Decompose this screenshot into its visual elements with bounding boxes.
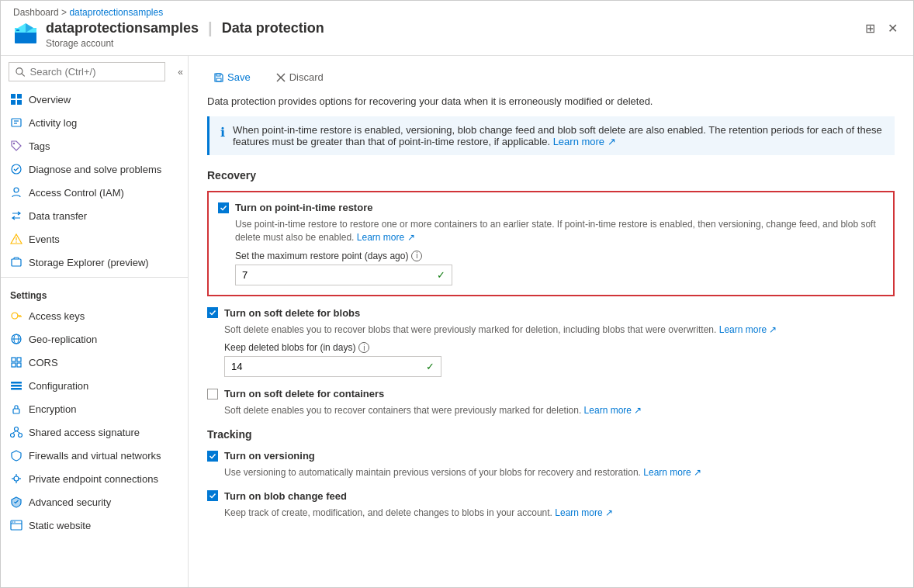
sidebar-item-label: Storage Explorer (preview) — [29, 257, 149, 268]
breadcrumb-link[interactable]: dataprotectionsamples — [69, 7, 163, 18]
sidebar-item-overview[interactable]: Overview — [1, 88, 188, 111]
close-icon[interactable]: ✕ — [885, 18, 901, 39]
sidebar-item-static-website[interactable]: Static website — [1, 514, 188, 537]
firewalls-icon — [10, 449, 23, 462]
sidebar-item-shared-access[interactable]: Shared access signature — [1, 420, 188, 444]
sidebar-item-label: Overview — [29, 94, 71, 105]
restore-point-input-wrap: ✓ — [235, 265, 452, 285]
versioning-block: Turn on versioning Use versioning to aut… — [207, 450, 895, 479]
encryption-icon — [10, 403, 23, 415]
versioning-learn-more[interactable]: Learn more ↗ — [643, 467, 701, 478]
sidebar-item-events[interactable]: Events — [1, 227, 188, 251]
storage-explorer-icon — [10, 256, 23, 268]
sidebar-item-label: Access Control (IAM) — [29, 187, 124, 199]
point-in-time-block: Turn on point-in-time restore Use point-… — [207, 191, 895, 296]
sidebar-item-label: Tags — [29, 140, 50, 152]
sidebar-nav: Overview Activity log Tags — [1, 88, 188, 587]
search-box — [1, 56, 173, 88]
svg-rect-28 — [12, 363, 16, 367]
sidebar-item-label: Diagnose and solve problems — [29, 164, 161, 175]
sidebar-item-activity-log[interactable]: Activity log — [1, 111, 188, 134]
soft-delete-blobs-label: Turn on soft delete for blobs — [224, 307, 360, 319]
keep-blobs-info[interactable]: i — [358, 342, 369, 353]
sidebar-item-label: Private endpoint connections — [29, 473, 158, 485]
soft-delete-blobs-checkbox[interactable] — [207, 307, 218, 318]
blob-change-feed-label: Turn on blob change feed — [224, 490, 347, 502]
versioning-checkbox[interactable] — [207, 451, 218, 462]
point-in-time-checkbox-row: Turn on point-in-time restore — [218, 202, 884, 213]
soft-delete-containers-label: Turn on soft delete for containers — [224, 388, 384, 399]
search-input[interactable] — [30, 66, 159, 78]
info-learn-more-link[interactable]: Learn more ↗ — [553, 136, 616, 147]
svg-rect-33 — [13, 409, 19, 413]
sidebar-item-private-endpoints[interactable]: Private endpoint connections — [1, 467, 188, 490]
sidebar-item-label: Firewalls and virtual networks — [29, 450, 161, 462]
header-actions: ⊞ ✕ — [862, 18, 901, 39]
soft-delete-blobs-learn-more[interactable]: Learn more ↗ — [719, 324, 777, 335]
discard-button[interactable]: Discard — [269, 68, 330, 86]
svg-line-4 — [22, 73, 25, 76]
save-button[interactable]: Save — [207, 68, 257, 86]
restore-point-check-icon: ✓ — [431, 265, 452, 285]
svg-point-46 — [12, 521, 14, 523]
save-icon — [213, 72, 224, 83]
sidebar-item-storage-explorer[interactable]: Storage Explorer (preview) — [1, 251, 188, 274]
tracking-section-title: Tracking — [207, 428, 895, 441]
collapse-button[interactable]: « — [173, 64, 188, 81]
blob-change-feed-learn-more[interactable]: Learn more ↗ — [555, 507, 613, 518]
sidebar-item-cors[interactable]: CORS — [1, 351, 188, 374]
header-titles: dataprotectionsamples | Data protection … — [46, 19, 862, 49]
point-in-time-learn-more[interactable]: Learn more ↗ — [357, 232, 415, 243]
data-transfer-icon — [10, 209, 23, 222]
svg-point-39 — [14, 476, 19, 481]
svg-point-36 — [19, 434, 23, 438]
sidebar-item-advanced-security[interactable]: Advanced security — [1, 490, 188, 514]
page-description: Data protection provides options for rec… — [207, 95, 895, 107]
configuration-icon — [10, 379, 23, 392]
sidebar: « Overview Activity log — [1, 56, 189, 587]
svg-rect-5 — [11, 94, 16, 99]
recovery-section-title: Recovery — [207, 169, 895, 182]
sidebar-item-geo-replication[interactable]: Geo-replication — [1, 327, 188, 351]
sidebar-item-access-control[interactable]: Access Control (IAM) — [1, 181, 188, 204]
storage-icon — [13, 22, 38, 47]
iam-icon — [10, 186, 23, 199]
blob-change-feed-desc: Keep track of create, modification, and … — [224, 507, 895, 520]
sidebar-item-label: Configuration — [29, 380, 88, 392]
svg-rect-32 — [11, 388, 22, 390]
restore-point-info[interactable]: i — [411, 251, 422, 261]
sidebar-item-tags[interactable]: Tags — [1, 134, 188, 157]
sidebar-item-label: CORS — [29, 357, 58, 368]
sidebar-item-encryption[interactable]: Encryption — [1, 397, 188, 420]
svg-rect-26 — [12, 358, 16, 361]
svg-line-38 — [16, 431, 20, 434]
blob-change-feed-block: Turn on blob change feed Keep track of c… — [207, 490, 895, 520]
pin-icon[interactable]: ⊞ — [862, 18, 878, 39]
access-keys-icon — [10, 310, 23, 322]
settings-section-header: Settings — [1, 281, 188, 304]
soft-delete-blobs-block: Turn on soft delete for blobs Soft delet… — [207, 307, 895, 378]
sidebar-item-label: Events — [29, 233, 60, 245]
sidebar-item-data-transfer[interactable]: Data transfer — [1, 204, 188, 227]
keep-blobs-input[interactable] — [225, 357, 420, 376]
point-in-time-checkbox[interactable] — [218, 202, 229, 213]
sidebar-item-firewalls[interactable]: Firewalls and virtual networks — [1, 444, 188, 467]
soft-delete-blobs-desc: Soft delete enables you to recover blobs… — [224, 323, 895, 337]
svg-rect-31 — [11, 385, 22, 387]
svg-point-12 — [13, 143, 15, 144]
svg-point-17 — [16, 241, 17, 243]
info-text: When point-in-time restore is enabled, v… — [233, 124, 884, 147]
soft-delete-containers-checkbox[interactable] — [207, 389, 218, 399]
sidebar-item-access-keys[interactable]: Access keys — [1, 304, 188, 327]
restore-point-label: Set the maximum restore point (days ago)… — [235, 251, 884, 261]
sidebar-item-configuration[interactable]: Configuration — [1, 374, 188, 397]
blob-change-feed-checkbox[interactable] — [207, 490, 218, 501]
svg-line-37 — [12, 431, 16, 434]
sidebar-item-diagnose[interactable]: Diagnose and solve problems — [1, 157, 188, 181]
svg-rect-9 — [12, 119, 21, 126]
restore-point-input[interactable] — [236, 265, 431, 285]
body-container: « Overview Activity log — [1, 56, 913, 587]
shared-access-icon — [10, 426, 23, 438]
sidebar-item-label: Geo-replication — [29, 334, 97, 345]
soft-delete-containers-learn-more[interactable]: Learn more ↗ — [584, 405, 642, 416]
